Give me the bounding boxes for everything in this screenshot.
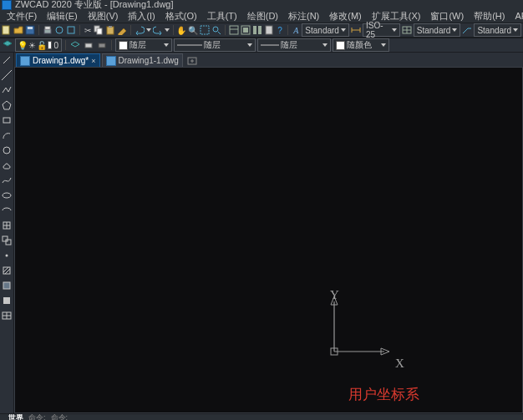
document-icon: [20, 56, 30, 66]
svg-rect-43: [3, 267, 10, 274]
open-file-icon[interactable]: [13, 24, 23, 36]
menu-edit[interactable]: 编辑(E): [43, 10, 81, 23]
text-style-icon[interactable]: A: [292, 24, 300, 36]
status-cmd2: 命令:: [51, 413, 69, 420]
svg-rect-17: [243, 28, 248, 33]
publish-icon[interactable]: [66, 24, 76, 36]
new-tab-button[interactable]: [186, 55, 198, 67]
document-tab-bar: Drawing1.dwg* × Drawing1-1.dwg: [14, 53, 523, 67]
layer-iso-icon[interactable]: [83, 39, 94, 51]
svg-rect-27: [85, 43, 92, 48]
linetype-dropdown[interactable]: 随层: [174, 38, 256, 52]
close-icon[interactable]: ×: [91, 57, 95, 65]
help-icon[interactable]: ?: [276, 24, 284, 36]
bulb-on-icon: 💡: [18, 41, 27, 49]
layer-prev-icon[interactable]: [69, 39, 81, 51]
save-icon[interactable]: [25, 24, 35, 36]
circle-tool-icon[interactable]: [1, 144, 13, 156]
svg-rect-28: [99, 43, 105, 48]
menu-file[interactable]: 文件(F): [3, 10, 40, 23]
svg-line-32: [2, 70, 12, 80]
insert-block-tool-icon[interactable]: [1, 220, 13, 231]
layer-state-dropdown[interactable]: 💡 ☀ 🔓 0: [15, 38, 62, 52]
zoom-win-icon[interactable]: [200, 24, 210, 36]
tab-label: Drawing1-1.dwg: [119, 56, 179, 65]
polyline-tool-icon[interactable]: [1, 84, 13, 96]
redo-icon[interactable]: [153, 24, 163, 36]
color-dropdown[interactable]: 随颜色: [333, 38, 389, 52]
status-world[interactable]: 世界: [8, 413, 23, 420]
hatch-tool-icon[interactable]: [1, 265, 13, 276]
mleader-style-dropdown[interactable]: Standard: [474, 23, 521, 37]
plot-preview-icon[interactable]: [54, 24, 64, 36]
polygon-tool-icon[interactable]: [1, 99, 13, 111]
layer-color-swatch: [119, 41, 128, 50]
arc-tool-icon[interactable]: [1, 129, 13, 141]
ellipse-arc-tool-icon[interactable]: [1, 205, 13, 216]
ellipse-tool-icon[interactable]: [1, 190, 13, 201]
svg-rect-34: [3, 118, 10, 123]
zoom-rt-icon[interactable]: 🔍: [188, 24, 198, 36]
table-style-dropdown[interactable]: Standard: [414, 23, 461, 37]
copy-icon[interactable]: [94, 24, 104, 36]
menu-modify[interactable]: 修改(M): [326, 10, 365, 23]
lineweight-dropdown[interactable]: 随层: [257, 38, 331, 52]
draw-toolbox: [0, 53, 14, 413]
pan-icon[interactable]: ✋: [176, 24, 186, 36]
rectangle-tool-icon[interactable]: [1, 114, 13, 126]
svg-rect-6: [68, 27, 74, 33]
menu-format[interactable]: 格式(O): [162, 10, 201, 23]
undo-icon[interactable]: [135, 24, 145, 36]
table-tool-icon[interactable]: [1, 310, 13, 321]
x-axis-label: X: [395, 357, 404, 371]
undo-dd-icon[interactable]: [146, 24, 151, 36]
print-icon[interactable]: [43, 24, 53, 36]
table-style-value: Standard: [417, 26, 451, 35]
region-tool-icon[interactable]: [1, 295, 13, 306]
tab-drawing1[interactable]: Drawing1.dwg* ×: [16, 53, 100, 67]
menu-tools[interactable]: 工具(T): [204, 10, 241, 23]
content-row: Drawing1.dwg* × Drawing1-1.dwg: [0, 53, 523, 413]
layer-manager-icon[interactable]: [2, 39, 13, 51]
svg-marker-33: [3, 101, 11, 109]
svg-point-5: [56, 27, 63, 33]
cut-icon[interactable]: ✂: [83, 24, 91, 36]
gradient-tool-icon[interactable]: [1, 280, 13, 291]
layer-off-icon[interactable]: [96, 39, 108, 51]
calc-icon[interactable]: [264, 24, 274, 36]
make-block-tool-icon[interactable]: [1, 235, 13, 246]
menu-window[interactable]: 窗口(W): [427, 10, 467, 23]
mleader-style-icon[interactable]: [462, 24, 472, 36]
text-style-dropdown[interactable]: Standard: [302, 23, 349, 37]
drawing-canvas[interactable]: Y X 用户坐标系: [14, 67, 523, 413]
svg-line-31: [3, 57, 10, 63]
match-prop-icon[interactable]: [117, 24, 127, 36]
zoom-prev-icon[interactable]: [211, 24, 221, 36]
point-tool-icon[interactable]: [1, 250, 13, 261]
tool-palettes-icon[interactable]: [252, 24, 262, 36]
dim-style-dropdown[interactable]: ISO-25: [363, 23, 400, 37]
table-style-icon[interactable]: [402, 24, 412, 36]
menu-view[interactable]: 视图(V): [84, 10, 122, 23]
menu-insert[interactable]: 插入(I): [124, 10, 158, 23]
new-file-icon[interactable]: [2, 24, 12, 36]
text-style-value: Standard: [305, 26, 339, 35]
line-tool-icon[interactable]: [1, 54, 13, 66]
revcloud-tool-icon[interactable]: [1, 159, 13, 171]
main-area: Drawing1.dwg* × Drawing1-1.dwg: [14, 53, 523, 413]
svg-rect-2: [28, 27, 33, 29]
tab-drawing1-1[interactable]: Drawing1-1.dwg: [102, 53, 183, 67]
redo-dd-icon[interactable]: [165, 24, 170, 36]
properties-icon[interactable]: [229, 24, 239, 36]
design-center-icon[interactable]: [241, 24, 251, 36]
dim-style-icon[interactable]: [351, 24, 361, 36]
menu-help[interactable]: 帮助(H): [470, 10, 508, 23]
paste-icon[interactable]: [105, 24, 115, 36]
toolbar-standard: ✂ ✋ 🔍 ? A Standard ISO-25 Standard Stand…: [0, 23, 523, 38]
menu-app[interactable]: APP+: [511, 11, 523, 21]
spline-tool-icon[interactable]: [1, 175, 13, 186]
menu-draw[interactable]: 绘图(D): [244, 10, 282, 23]
layer-dropdown[interactable]: 随层: [115, 38, 172, 52]
xline-tool-icon[interactable]: [1, 69, 13, 81]
menu-dim[interactable]: 标注(N): [285, 10, 322, 23]
